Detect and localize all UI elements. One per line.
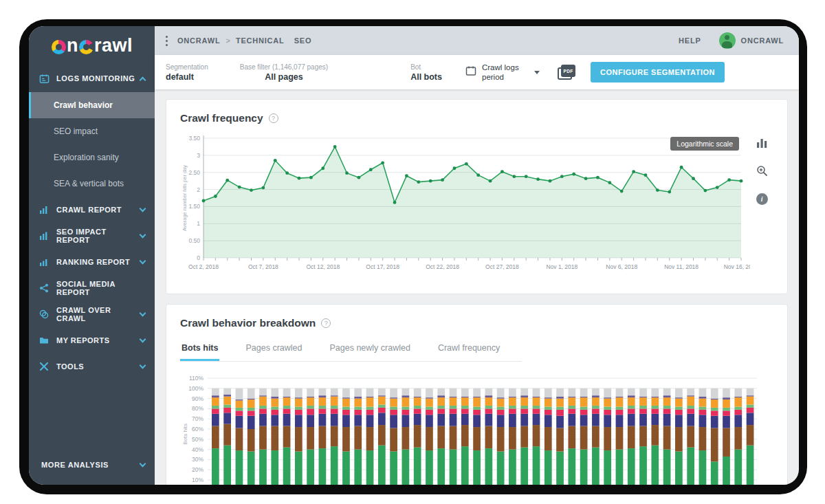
bar-segment[interactable] <box>473 406 481 409</box>
data-point[interactable] <box>285 171 289 175</box>
bar-segment[interactable] <box>711 408 718 410</box>
bar-segment[interactable] <box>426 410 433 415</box>
bar-segment[interactable] <box>616 427 624 450</box>
bar-segment[interactable] <box>711 461 718 485</box>
bar-segment[interactable] <box>592 388 600 395</box>
bar-segment[interactable] <box>604 399 611 407</box>
bar-segment[interactable] <box>212 395 219 397</box>
bar-segment[interactable] <box>342 452 350 485</box>
bar-segment[interactable] <box>628 448 635 485</box>
bar-segment[interactable] <box>342 410 350 415</box>
bar-segment[interactable] <box>628 397 635 406</box>
data-point[interactable] <box>620 190 624 193</box>
bar-segment[interactable] <box>473 397 481 406</box>
export-pdf-button[interactable]: PDF <box>558 65 575 80</box>
bar-segment[interactable] <box>723 416 730 428</box>
bar-segment[interactable] <box>580 450 588 485</box>
sidebar-item-crawl-report[interactable]: CRAWL REPORT <box>29 197 155 223</box>
bar-segment[interactable] <box>651 406 659 408</box>
bar-segment[interactable] <box>437 448 445 485</box>
bar-segment[interactable] <box>223 397 231 405</box>
bar-segment[interactable] <box>212 406 219 408</box>
bar-segment[interactable] <box>628 388 635 395</box>
bar-segment[interactable] <box>497 388 505 397</box>
bar-segment[interactable] <box>236 450 243 485</box>
data-point[interactable] <box>632 170 635 173</box>
bar-segment[interactable] <box>544 410 552 415</box>
bar-segment[interactable] <box>663 426 671 450</box>
bar-segment[interactable] <box>414 414 421 425</box>
data-point[interactable] <box>740 179 743 183</box>
bar-segment[interactable] <box>568 426 575 449</box>
bar-segment[interactable] <box>461 388 469 397</box>
bar-segment[interactable] <box>236 408 243 410</box>
sidebar-item-more-analysis[interactable]: MORE ANALYSIS <box>29 452 155 485</box>
bar-segment[interactable] <box>414 397 421 397</box>
bar-segment[interactable] <box>675 452 683 485</box>
configure-segmentation-button[interactable]: CONFIGURE SEGMENTATION <box>591 62 725 83</box>
bar-segment[interactable] <box>295 452 302 485</box>
bar-segment[interactable] <box>711 399 718 408</box>
bar-segment[interactable] <box>628 414 635 426</box>
bar-segment[interactable] <box>687 406 694 408</box>
data-point[interactable] <box>596 176 600 179</box>
bar-segment[interactable] <box>734 415 742 427</box>
bar-segment[interactable] <box>223 395 231 397</box>
bar-segment[interactable] <box>426 406 433 409</box>
bar-segment[interactable] <box>568 408 575 413</box>
bar-segment[interactable] <box>354 410 362 415</box>
bar-segment[interactable] <box>248 429 255 452</box>
bar-segment[interactable] <box>663 388 671 395</box>
bar-segment[interactable] <box>295 406 302 409</box>
bar-segment[interactable] <box>378 388 386 395</box>
bar-segment[interactable] <box>533 414 540 425</box>
bar-segment[interactable] <box>497 427 505 452</box>
bar-segment[interactable] <box>699 415 707 427</box>
bar-segment[interactable] <box>568 448 575 485</box>
bar-segment[interactable] <box>592 448 600 485</box>
data-point[interactable] <box>250 188 253 192</box>
bar-segment[interactable] <box>295 399 302 407</box>
bar-segment[interactable] <box>473 415 481 427</box>
bar-segment[interactable] <box>390 428 397 452</box>
bar-segment[interactable] <box>604 388 611 397</box>
data-point[interactable] <box>238 186 241 189</box>
bar-segment[interactable] <box>402 397 410 406</box>
bar-segment[interactable] <box>450 406 457 408</box>
sidebar-item-exploration-sanity[interactable]: Exploration sanity <box>29 144 155 171</box>
bar-segment[interactable] <box>461 397 469 406</box>
bar-segment[interactable] <box>616 397 624 397</box>
sidebar-item-seo-impact[interactable]: SEO impact <box>29 118 155 144</box>
sidebar-item-sea-vertical-bots[interactable]: SEA & vertical bots <box>29 171 155 197</box>
bar-segment[interactable] <box>497 406 505 409</box>
bar-segment[interactable] <box>663 395 671 397</box>
bar-segment[interactable] <box>723 410 730 415</box>
bar-segment[interactable] <box>687 414 694 426</box>
bar-segment[interactable] <box>271 426 278 451</box>
bar-segment[interactable] <box>639 397 647 397</box>
bar-segment[interactable] <box>342 427 350 452</box>
bar-segment[interactable] <box>675 388 683 397</box>
bar-segment[interactable] <box>533 388 540 397</box>
bar-segment[interactable] <box>450 414 457 426</box>
bar-segment[interactable] <box>426 415 433 427</box>
bar-segment[interactable] <box>651 397 659 397</box>
data-point[interactable] <box>525 175 528 178</box>
bar-segment[interactable] <box>295 397 302 398</box>
bar-segment[interactable] <box>747 397 754 405</box>
bar-segment[interactable] <box>366 397 374 406</box>
bar-segment[interactable] <box>663 397 671 406</box>
bar-segment[interactable] <box>212 397 219 406</box>
help-icon[interactable]: ? <box>269 113 278 123</box>
bar-segment[interactable] <box>295 388 302 397</box>
data-point[interactable] <box>333 145 337 149</box>
bar-segment[interactable] <box>723 397 730 399</box>
bar-segment[interactable] <box>283 406 291 408</box>
bar-segment[interactable] <box>414 425 421 448</box>
bar-segment[interactable] <box>354 426 362 450</box>
sidebar-item-social-media-report[interactable]: SOCIAL MEDIA REPORT <box>29 275 155 301</box>
bar-segment[interactable] <box>319 448 327 485</box>
bar-segment[interactable] <box>319 408 327 413</box>
bar-segment[interactable] <box>295 410 302 415</box>
bar-segment[interactable] <box>366 397 374 397</box>
